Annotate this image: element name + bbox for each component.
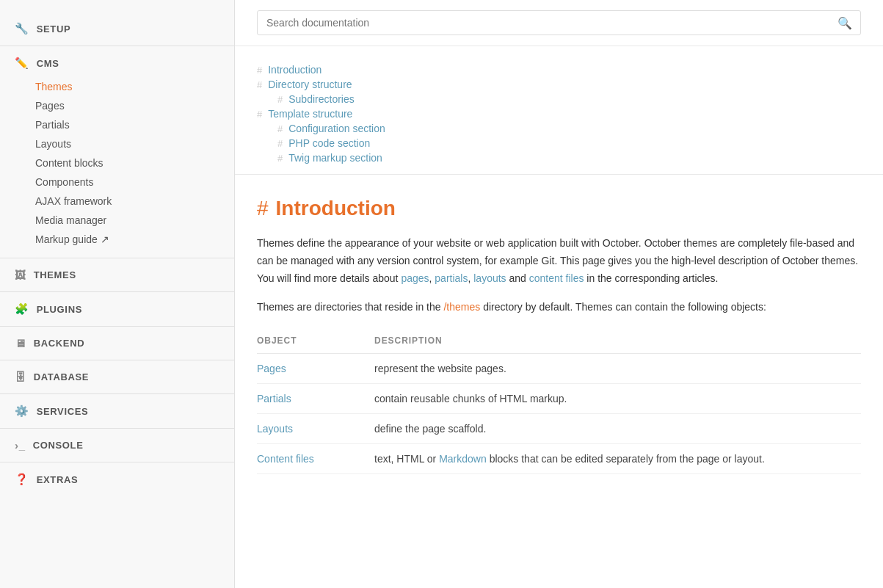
objects-table: OBJECT DESCRIPTION Pages represent the w…: [257, 328, 861, 474]
link-content-files-row[interactable]: Content files: [257, 453, 314, 465]
sidebar-divider-4: [0, 326, 234, 327]
sidebar-item-components[interactable]: Components: [0, 173, 234, 192]
toc-link-configuration-section[interactable]: Configuration section: [288, 123, 385, 134]
link-pages[interactable]: pages: [401, 272, 429, 284]
toc-link-twig-markup-section[interactable]: Twig markup section: [288, 152, 382, 164]
table-cell-layouts-desc: define the page scaffold.: [374, 414, 861, 444]
sidebar-section-backend[interactable]: 🖥 BACKEND: [0, 330, 234, 357]
table-col-object: OBJECT: [257, 328, 374, 354]
search-icon: 🔍: [837, 16, 852, 30]
pencil-icon: ✏️: [15, 57, 29, 70]
toc-hash-5: #: [277, 123, 283, 134]
toc-hash-3: #: [277, 94, 283, 105]
table-row: Content files text, HTML or Markdown blo…: [257, 444, 861, 474]
toc-link-directory-structure[interactable]: Directory structure: [268, 79, 352, 90]
sidebar-section-themes[interactable]: 🖼 THEMES: [0, 261, 234, 288]
toc-link-subdirectories[interactable]: Subdirectories: [288, 93, 355, 105]
toc-hash-6: #: [277, 138, 283, 149]
sidebar-section-console[interactable]: ›_ CONSOLE: [0, 432, 234, 459]
sidebar-section-setup[interactable]: 🔧 SETUP: [0, 15, 234, 43]
toc-hash-2: #: [257, 79, 262, 90]
sidebar-divider-5: [0, 360, 234, 360]
article-heading: # Introduction: [257, 197, 861, 220]
toc-item-introduction: # Introduction: [257, 64, 861, 76]
article-paragraph-2: Themes are directories that reside in th…: [257, 299, 861, 316]
link-content-files[interactable]: content files: [529, 272, 584, 284]
sidebar-divider-2: [0, 258, 234, 258]
gear-icon: ⚙️: [15, 404, 29, 418]
image-icon: 🖼: [15, 269, 26, 281]
wrench-icon: 🔧: [15, 22, 29, 35]
sidebar-section-database[interactable]: 🗄 DATABASE: [0, 363, 234, 391]
link-partials-row[interactable]: Partials: [257, 393, 291, 404]
toc-link-php-code-section[interactable]: PHP code section: [288, 137, 370, 149]
article-hash: #: [257, 197, 269, 220]
link-pages-row[interactable]: Pages: [257, 363, 286, 374]
sidebar-section-cms[interactable]: ✏️ CMS: [0, 49, 234, 77]
sidebar-divider-6: [0, 393, 234, 394]
sidebar-section-backend-label: BACKEND: [34, 338, 85, 349]
sidebar-item-content-blocks[interactable]: Content blocks: [0, 153, 234, 173]
sidebar-section-services-label: SERVICES: [37, 406, 89, 417]
sidebar-section-plugins[interactable]: 🧩 PLUGINS: [0, 295, 234, 323]
toc-item-template-structure: # Template structure: [257, 108, 861, 120]
table-row: Layouts define the page scaffold.: [257, 414, 861, 444]
toc-item-directory-structure: # Directory structure: [257, 79, 861, 90]
article-title: Introduction: [276, 197, 396, 220]
puzzle-icon: 🧩: [15, 302, 29, 316]
toc-hash-1: #: [257, 65, 262, 76]
article-paragraph-1: Themes define the appearance of your web…: [257, 235, 861, 287]
sidebar-section-extras-label: EXTRAS: [37, 474, 79, 485]
search-bar: 🔍: [235, 0, 883, 46]
link-partials[interactable]: partials: [435, 272, 468, 284]
sidebar-section-themes-label: THEMES: [34, 269, 76, 280]
sidebar-item-layouts[interactable]: Layouts: [0, 134, 234, 153]
link-themes-dir[interactable]: /themes: [443, 301, 480, 313]
sidebar-divider-3: [0, 291, 234, 292]
sidebar-divider-1: [0, 46, 234, 46]
article-body: Themes define the appearance of your web…: [257, 235, 861, 474]
link-layouts-row[interactable]: Layouts: [257, 423, 293, 435]
toc-item-twig-markup-section: # Twig markup section: [277, 152, 861, 164]
table-row: Partials contain reusable chunks of HTML…: [257, 384, 861, 414]
sidebar-section-cms-label: CMS: [37, 58, 59, 69]
sidebar-section-setup-label: SETUP: [37, 23, 71, 35]
question-icon: ❓: [15, 473, 29, 486]
article: # Introduction Themes define the appeara…: [235, 175, 883, 511]
database-icon: 🗄: [15, 371, 26, 383]
sidebar-item-ajax-framework[interactable]: AJAX framework: [0, 192, 234, 211]
toc-link-introduction[interactable]: Introduction: [268, 64, 321, 76]
table-cell-content-files-desc: text, HTML or Markdown blocks that can b…: [374, 444, 861, 474]
toc-hash-4: #: [257, 109, 262, 120]
toc-item-configuration-section: # Configuration section: [277, 123, 861, 134]
link-markdown[interactable]: Markdown: [439, 453, 487, 465]
table-cell-partials-desc: contain reusable chunks of HTML markup.: [374, 384, 861, 414]
sidebar-section-plugins-label: PLUGINS: [37, 304, 82, 315]
cms-sub-items: Themes Pages Partials Layouts Content bl…: [0, 77, 234, 255]
sidebar-section-extras[interactable]: ❓ EXTRAS: [0, 465, 234, 493]
table-of-contents: # Introduction # Directory structure # S…: [235, 46, 883, 175]
monitor-icon: 🖥: [15, 337, 26, 349]
toc-hash-7: #: [277, 153, 283, 164]
toc-item-subdirectories: # Subdirectories: [277, 93, 861, 105]
sidebar-divider-8: [0, 462, 234, 462]
sidebar: 🔧 SETUP ✏️ CMS Themes Pages Partials Lay…: [0, 0, 235, 588]
sidebar-section-database-label: DATABASE: [34, 371, 90, 382]
sidebar-item-partials[interactable]: Partials: [0, 115, 234, 134]
sidebar-section-services[interactable]: ⚙️ SERVICES: [0, 397, 234, 425]
main-content: 🔍 # Introduction # Directory structure #…: [235, 0, 883, 588]
sidebar-item-media-manager[interactable]: Media manager: [0, 211, 234, 230]
search-input[interactable]: [257, 10, 861, 35]
table-cell-pages-desc: represent the website pages.: [374, 354, 861, 384]
link-layouts[interactable]: layouts: [473, 272, 506, 284]
table-row: Pages represent the website pages.: [257, 354, 861, 384]
sidebar-item-themes[interactable]: Themes: [0, 77, 234, 96]
search-wrapper: 🔍: [257, 10, 861, 35]
terminal-icon: ›_: [15, 439, 26, 451]
toc-link-template-structure[interactable]: Template structure: [268, 108, 352, 120]
toc-item-php-code-section: # PHP code section: [277, 137, 861, 149]
sidebar-item-pages[interactable]: Pages: [0, 96, 234, 115]
table-col-description: DESCRIPTION: [374, 328, 861, 354]
sidebar-item-markup-guide[interactable]: Markup guide ↗: [0, 230, 234, 249]
sidebar-section-console-label: CONSOLE: [33, 440, 84, 451]
